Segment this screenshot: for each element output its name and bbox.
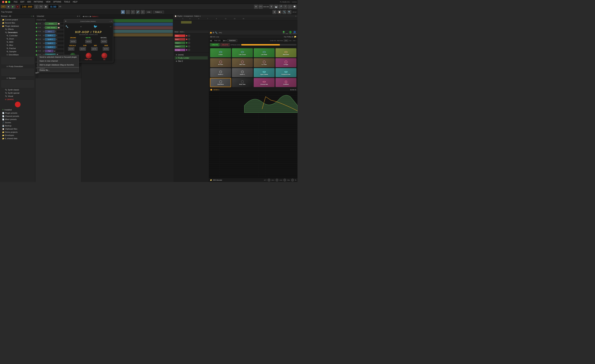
pad-lite-crash[interactable]: Lite Crash [232, 48, 253, 57]
pattern-nav-left[interactable]: ◀ [83, 15, 84, 18]
toolbar-icon-5[interactable]: ⬡ [141, 10, 145, 14]
close-button[interactable] [2, 1, 4, 3]
snare2-knob[interactable] [188, 45, 190, 48]
playlist-icon[interactable]: 📋 [277, 10, 281, 14]
snare1-knob[interactable] [188, 42, 190, 44]
arrangement-pattern-1[interactable] [181, 21, 191, 24]
sidebar-item-channel-presets[interactable]: 📄 Channel presets [0, 115, 35, 118]
pad-lo-tom[interactable]: Lo Tom [254, 58, 275, 67]
sidebar-item-controller[interactable]: 🔌 Controller [0, 34, 35, 37]
bank-b-label[interactable]: BANK B [290, 89, 296, 91]
stop-button[interactable]: ■ [6, 5, 10, 9]
fpc-pan-knob[interactable] [286, 31, 288, 33]
pad-mid-tom[interactable]: Mid Tom [232, 58, 253, 67]
mute-instr-btn[interactable]: MUTE [85, 40, 92, 43]
bpm-display[interactable]: 140.000 [20, 5, 34, 9]
pat-button[interactable]: PAT [1, 5, 6, 8]
menu-view[interactable]: VIEW [45, 0, 51, 3]
sidebar-item-misc[interactable]: 🔌 Misc [0, 43, 35, 47]
sidebar-item-midi[interactable]: 🔌 MIDI [0, 40, 35, 43]
midi-loop-nav-left[interactable]: ◀ [210, 35, 212, 38]
sidebar-item-synth-classic[interactable]: 🔌 Synth classic [0, 88, 35, 91]
channel-rack-icon1[interactable]: ≡ [77, 15, 78, 17]
sample-folder-icon[interactable]: 📁 [210, 179, 212, 181]
sidebar-item-drum[interactable]: 🔌 Drum [0, 37, 35, 40]
channel-btn-drums[interactable]: Drums [45, 22, 57, 25]
fpc-gear-icon[interactable]: ⚙ [212, 32, 214, 34]
hihats-block[interactable]: Hi-Hats [175, 49, 185, 51]
channel-light-sub1[interactable] [36, 31, 37, 32]
pad-partial-hihat[interactable]: Partial Hi Hat [275, 68, 297, 77]
browser-add-icon[interactable]: + [31, 15, 32, 17]
fpc-on-light[interactable] [283, 31, 284, 33]
sidebar-item-clipboard[interactable]: 📋 Clipboard files [0, 127, 35, 131]
channel-light-synth1[interactable] [36, 35, 37, 36]
fpc-vol-knob[interactable] [289, 31, 291, 33]
rel-knob[interactable] [291, 179, 294, 182]
sidebar-item-installed[interactable]: ⊕ Installed [0, 108, 35, 111]
pad-next-icon[interactable]: ▸ [226, 40, 227, 42]
arrangement-icon[interactable]: ⊞ [273, 10, 276, 14]
ctx-add-plugin-db[interactable]: Add to plugin database (flag as favorite… [37, 63, 79, 67]
channel-light-adddrums[interactable] [36, 27, 37, 28]
kick1-knob[interactable] [188, 35, 190, 37]
sidebar-item-shared[interactable]: 📁 IL shared data [0, 137, 35, 140]
chat-icon[interactable]: 💬 [292, 5, 297, 9]
settings-icon[interactable]: ⚙ [254, 5, 258, 9]
sidebar-item-generators[interactable]: 🔌 Generators [0, 31, 35, 34]
create-button[interactable]: CREATE [210, 43, 220, 46]
pad-open-hihat[interactable]: Open HiHat [254, 68, 275, 77]
sidebar-item-sampler1[interactable]: 🔌 Sampler [0, 50, 35, 53]
sus-knob[interactable] [283, 179, 286, 182]
channel-btn-adddrums[interactable]: Add. Drums [45, 26, 57, 29]
pad-hi-tom[interactable]: Hi Tom [210, 58, 231, 67]
maximize-button[interactable] [8, 1, 10, 3]
mixer-icon[interactable]: 🎚 [269, 5, 273, 9]
sidebar-item-backup[interactable]: 💾 Backup [0, 124, 35, 127]
mute-drums-btn[interactable]: MUTE [70, 40, 76, 43]
bank-a-label[interactable]: BANK A [213, 89, 220, 91]
pad-congo[interactable]: Congo [275, 58, 297, 67]
snap-icon[interactable]: 🔧 [283, 10, 286, 14]
pad-ride-bell[interactable]: Ride Bell [275, 48, 297, 57]
mixer-slot-2[interactable]: ▶ Slot 2 [175, 59, 208, 63]
ctx-open-new-channel[interactable]: Open in new channel [37, 59, 79, 63]
pattern-nav-right[interactable]: ▶ [90, 15, 91, 18]
pad-snare2[interactable]: Snare 2 [210, 68, 231, 77]
toolbar-icon-2[interactable]: → [126, 10, 130, 14]
hihats-knob[interactable] [188, 49, 190, 51]
sidebar-item-recent-files[interactable]: 📁 Recent files [0, 21, 35, 24]
dec-knob[interactable] [276, 179, 278, 182]
kick2-block[interactable]: Kick 2 [175, 38, 185, 41]
menu-patterns[interactable]: PATTERNS [33, 0, 44, 3]
sg-knob[interactable] [101, 53, 107, 58]
channel-light-synth3[interactable] [36, 42, 37, 44]
plugin-close[interactable]: × [111, 20, 112, 22]
arrangement-close[interactable]: × [295, 15, 297, 17]
note-icon[interactable]: ♪ [288, 5, 292, 9]
channel-btn-synth1[interactable]: Synth 1 [45, 34, 56, 37]
menu-file[interactable]: FILE [13, 0, 18, 3]
reset-icon[interactable]: ↻ [295, 179, 297, 181]
sidebar-item-plugin-database[interactable]: 📂 Plugin database [0, 24, 35, 28]
toolbar-icon-1[interactable]: ▣ [121, 10, 125, 14]
line-selector[interactable]: Line [146, 11, 152, 14]
pad-cowbell[interactable]: Cowbell [275, 78, 297, 87]
toolbar-icon-4[interactable]: 🔗 [136, 10, 140, 14]
fpc-wrench-icon[interactable]: 🔧 [215, 32, 218, 34]
channel-light-pad[interactable] [36, 50, 37, 52]
channel-btn-synth2[interactable]: Synth 2 [45, 38, 56, 41]
pattern-selector[interactable]: Pattern 1 [153, 11, 164, 14]
minimize-button[interactable] [5, 1, 7, 3]
att-knob[interactable] [268, 179, 270, 182]
sidebar-item-plugin-presets[interactable]: 📄 Plugin presets [0, 111, 35, 115]
menu-tools[interactable]: TOOLS [63, 0, 71, 3]
channel-light-synth4[interactable] [36, 46, 37, 48]
channel-light-synth2[interactable] [36, 39, 37, 40]
sidebar-item-visual[interactable]: 🔌 Visual [0, 95, 35, 98]
record-button[interactable]: ● [16, 5, 20, 9]
snare1-block[interactable]: Snare 1 [175, 42, 185, 44]
sidebar-item-demo-projects[interactable]: 📁 Demo projects [0, 131, 35, 134]
kick2-knob[interactable] [188, 38, 190, 40]
mute-side-btn[interactable]: MUTE [103, 47, 109, 51]
